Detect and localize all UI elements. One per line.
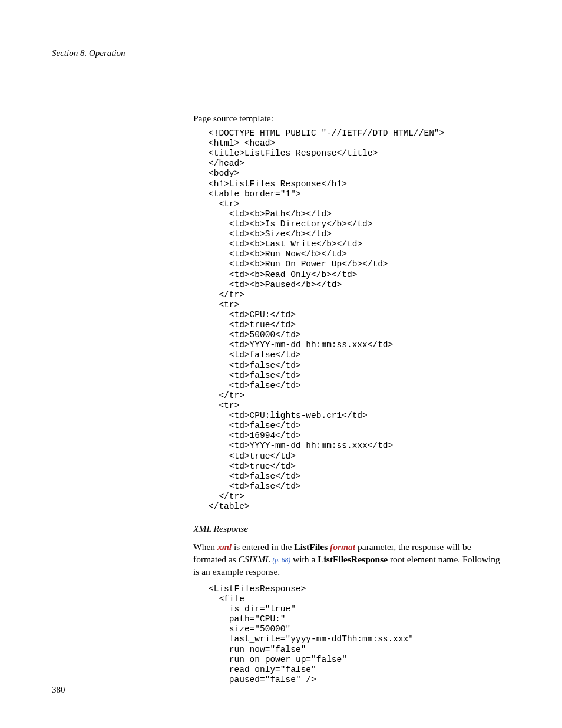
xml-keyword: xml bbox=[217, 542, 232, 552]
page-number: 380 bbox=[52, 685, 65, 695]
xml-response-paragraph: When xml is entered in the ListFiles for… bbox=[193, 541, 504, 578]
intro-label: Page source template: bbox=[193, 113, 504, 124]
text-part: is entered in the bbox=[232, 542, 294, 552]
xml-example-code: <ListFilesResponse> <file is_dir="true" … bbox=[209, 584, 504, 685]
listfilesresponse-bold: ListFilesResponse bbox=[318, 554, 388, 564]
page-reference-link[interactable]: (p. 68) bbox=[272, 556, 290, 564]
main-content: Page source template: <!DOCTYPE HTML PUB… bbox=[193, 113, 504, 685]
text-part: with a bbox=[290, 554, 318, 564]
page-header: Section 8. Operation bbox=[52, 48, 510, 60]
listfiles-bold: ListFiles bbox=[294, 542, 328, 552]
format-keyword: format bbox=[330, 542, 355, 552]
xml-response-heading: XML Response bbox=[193, 523, 504, 534]
text-part: When bbox=[193, 542, 217, 552]
csixml-term: CSIXML bbox=[239, 554, 273, 564]
html-template-code: <!DOCTYPE HTML PUBLIC "-//IETF//DTD HTML… bbox=[209, 129, 504, 512]
